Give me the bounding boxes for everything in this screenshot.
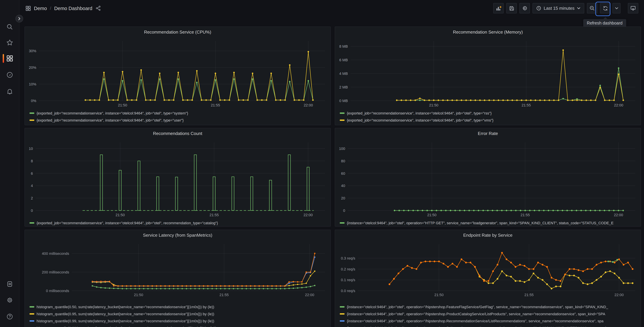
y-tick-label: 0 milliseconds bbox=[46, 289, 69, 293]
chart-canvas[interactable]: 02040608010021:5021:5522:00 bbox=[335, 138, 641, 218]
clock-icon bbox=[536, 6, 541, 11]
breadcrumb: Demo / Demo Dashboard bbox=[26, 0, 101, 16]
legend-item[interactable]: {instance="otelcol:9464", job="otel", op… bbox=[340, 324, 636, 327]
legend: histogram_quantile(0.50, sum(rate(latenc… bbox=[25, 303, 330, 327]
panel-title[interactable]: Recommendations Count bbox=[25, 128, 330, 138]
time-range-picker[interactable]: Last 15 minutes bbox=[532, 3, 584, 14]
legend-item[interactable]: {instance="otelcol:9464", job="otel", op… bbox=[340, 303, 636, 310]
legend-item[interactable]: histogram_quantile(0.95, sum(rate(latenc… bbox=[30, 310, 326, 317]
legend-item[interactable]: histogram_quantile(0.999, sum(rate(laten… bbox=[30, 324, 326, 327]
refresh-icon bbox=[602, 6, 608, 11]
expand-sidebar-button[interactable] bbox=[16, 15, 23, 22]
panel-title[interactable]: Service Latency (from SpanMetrics) bbox=[25, 230, 330, 240]
star-icon bbox=[6, 39, 13, 46]
x-tick-label: 22:00 bbox=[614, 213, 623, 217]
save-dashboard-button[interactable] bbox=[506, 3, 517, 14]
dashboard-settings-button[interactable] bbox=[520, 3, 530, 14]
x-tick-label: 21:55 bbox=[520, 213, 530, 217]
compass-icon bbox=[6, 72, 13, 78]
chart-canvas[interactable]: 0%10%20%30%21:5021:5522:00 bbox=[25, 37, 330, 108]
legend-label: histogram_quantile(0.99, sum(rate(latenc… bbox=[36, 319, 214, 323]
sidebar-item-sign-in[interactable] bbox=[0, 277, 19, 291]
sidebar-item-starred[interactable] bbox=[0, 36, 19, 49]
chart-canvas[interactable]: 0.0 req/s0.1 req/s0.2 req/s0.3 req/s21:5… bbox=[335, 240, 641, 298]
legend-item[interactable]: histogram_quantile(0.50, sum(rate(latenc… bbox=[30, 303, 326, 310]
zoom-out-button[interactable] bbox=[587, 3, 597, 14]
active-indicator bbox=[3, 54, 4, 63]
legend-item[interactable]: {exported_job="recommendationservice", i… bbox=[30, 110, 326, 116]
help-icon bbox=[6, 313, 13, 320]
sidebar-item-alerting[interactable] bbox=[0, 84, 19, 98]
y-tick-label: 2 bbox=[31, 196, 33, 200]
time-range-label: Last 15 minutes bbox=[544, 6, 574, 11]
sign-in-icon bbox=[6, 281, 13, 288]
legend: {exported_job="recommendationservice", i… bbox=[25, 219, 330, 226]
gear-icon bbox=[6, 297, 13, 304]
sidebar-item-dashboards[interactable] bbox=[0, 52, 19, 65]
y-tick-label: 0.1 req/s bbox=[341, 278, 355, 282]
add-panel-icon bbox=[496, 5, 502, 11]
x-tick-label: 22:00 bbox=[304, 103, 313, 107]
panel-recommendations-count: Recommendations Count 024681021:5021:552… bbox=[24, 128, 331, 226]
legend-item[interactable]: histogram_quantile(0.99, sum(rate(latenc… bbox=[30, 317, 326, 324]
x-tick-label: 21:55 bbox=[220, 293, 229, 297]
share-icon[interactable] bbox=[95, 5, 101, 11]
legend-swatch bbox=[340, 306, 344, 307]
y-tick-label: 200 milliseconds bbox=[42, 270, 69, 274]
x-tick-label: 22:00 bbox=[614, 103, 623, 107]
legend-item[interactable]: {exported_job="recommendationservice", i… bbox=[340, 116, 636, 124]
apps-grid-icon[interactable] bbox=[26, 6, 31, 11]
legend-swatch bbox=[340, 112, 344, 114]
x-tick-label: 21:50 bbox=[116, 213, 125, 217]
legend-swatch bbox=[340, 320, 344, 322]
sidebar-item-search[interactable] bbox=[0, 20, 19, 34]
breadcrumb-page-title: Demo Dashboard bbox=[54, 6, 92, 11]
chart-canvas[interactable]: 0 milliseconds200 milliseconds400 millis… bbox=[25, 240, 330, 298]
breadcrumb-separator: / bbox=[50, 6, 51, 11]
legend-label: {instance="otelcol:9464", job="otel", op… bbox=[347, 312, 605, 316]
legend-label: {exported_job="recommendationservice", i… bbox=[347, 111, 492, 115]
legend-swatch bbox=[340, 313, 344, 314]
panel-title[interactable]: Endpoint Rate by Service bbox=[335, 230, 641, 240]
y-tick-label: 20% bbox=[29, 66, 36, 70]
legend-item[interactable]: {instance="otelcol:9464", job="otel", op… bbox=[340, 317, 636, 324]
y-tick-label: 6 MB bbox=[339, 58, 348, 62]
add-panel-button[interactable] bbox=[493, 3, 504, 14]
legend-swatch bbox=[340, 119, 344, 121]
panel-recommendation-cpu: Recommendation Service (CPU%) 0%10%20%30… bbox=[24, 26, 331, 125]
save-icon bbox=[509, 6, 514, 11]
legend-item[interactable]: {instance="otelcol:9464", job="otel", op… bbox=[340, 310, 636, 317]
chart-canvas[interactable]: 024681021:5021:5522:00 bbox=[25, 138, 330, 218]
y-tick-label: 0.2 req/s bbox=[341, 267, 355, 271]
x-tick-label: 21:55 bbox=[522, 103, 531, 107]
chevron-down-icon bbox=[614, 6, 618, 10]
legend-item[interactable]: {instance="otelcol:9464", job="otel", op… bbox=[340, 219, 636, 226]
refresh-dashboard-button[interactable] bbox=[600, 3, 610, 14]
legend-item[interactable]: {exported_job="recommendationservice", i… bbox=[30, 116, 326, 124]
legend-swatch bbox=[30, 222, 34, 224]
y-tick-label: 0 bbox=[31, 208, 33, 213]
dashboard-toolbar: Last 15 minutes bbox=[490, 3, 638, 14]
monitor-icon bbox=[630, 5, 636, 11]
panel-title[interactable]: Recommendation Service (CPU%) bbox=[25, 27, 330, 37]
panel-title[interactable]: Recommendation Service (Memory) bbox=[335, 27, 641, 37]
sidebar-item-explore[interactable] bbox=[0, 68, 19, 82]
panel-title[interactable]: Error Rate bbox=[335, 128, 641, 138]
dashboards-grid-icon bbox=[6, 55, 13, 62]
chevron-down-icon bbox=[577, 6, 580, 10]
breadcrumb-section[interactable]: Demo bbox=[34, 6, 47, 11]
sidebar bbox=[0, 0, 20, 327]
chart-canvas[interactable]: 0 MB2 MB4 MB6 MB8 MB21:5021:5522:00 bbox=[335, 37, 641, 108]
legend: {instance="otelcol:9464", job="otel", op… bbox=[335, 219, 641, 226]
y-tick-label: 0.0 req/s bbox=[341, 289, 355, 293]
kiosk-mode-button[interactable] bbox=[628, 3, 638, 14]
legend-item[interactable]: {exported_job="recommendationservice", i… bbox=[340, 110, 636, 116]
sidebar-item-help[interactable] bbox=[0, 310, 19, 323]
legend-label: {exported_job="recommendationservice", i… bbox=[347, 118, 494, 122]
legend-swatch bbox=[30, 306, 34, 307]
chevron-right-icon bbox=[18, 17, 21, 20]
panel-recommendation-memory: Recommendation Service (Memory) 0 MB2 MB… bbox=[335, 26, 641, 125]
legend-item[interactable]: {exported_job="recommendationservice", i… bbox=[30, 219, 326, 226]
sidebar-item-settings[interactable] bbox=[0, 294, 19, 307]
refresh-interval-dropdown[interactable] bbox=[612, 3, 620, 14]
